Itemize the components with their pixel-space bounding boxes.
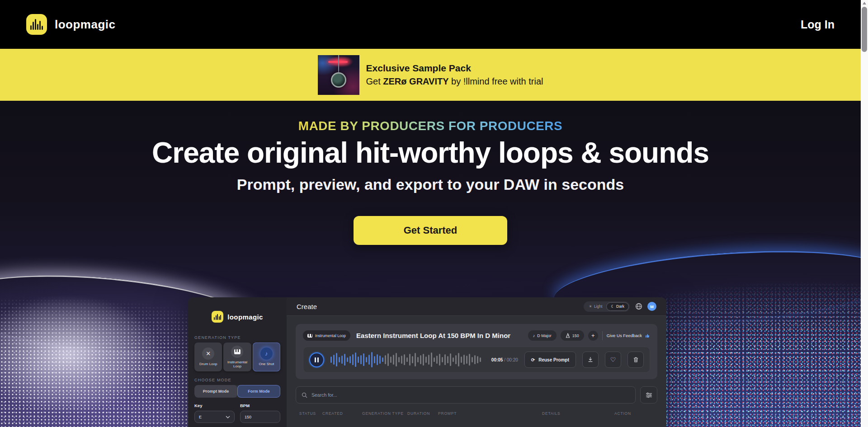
scrollbar-thumb[interactable] (862, 7, 867, 52)
download-icon (587, 357, 594, 363)
user-avatar[interactable]: M (647, 302, 656, 311)
banner-text: Exclusive Sample Pack Get ZERø GRAVITY b… (366, 63, 543, 87)
key-pill[interactable]: ♪ D Major (528, 330, 557, 341)
light-label: Light (594, 304, 602, 309)
waveform-bar (355, 352, 356, 367)
search-input[interactable] (311, 392, 630, 398)
bpm-value: 150 (245, 415, 251, 419)
waveform-bar (385, 355, 386, 364)
col-status: STATUS (299, 411, 322, 416)
delete-button[interactable] (627, 352, 644, 368)
divider (602, 331, 603, 340)
page-scrollbar[interactable] (861, 0, 868, 427)
pause-button[interactable] (309, 352, 324, 367)
app-content: Instrumental Loop Eastern Instrument Loo… (287, 316, 666, 427)
track-card: Instrumental Loop Eastern Instrument Loo… (296, 324, 657, 379)
banner-subtitle-suffix: by !llmind free with trial (449, 76, 543, 86)
waveform-bar (466, 356, 467, 364)
waveform-bar (401, 356, 402, 364)
waveform-bar (404, 354, 405, 365)
waveform-bar (436, 356, 438, 364)
waveform-bar (368, 355, 370, 365)
hero-subtitle: Prompt, preview, and export to your DAW … (0, 176, 861, 193)
waveform-bar (412, 356, 413, 363)
page-title: Create (297, 303, 317, 310)
waveform-bar (377, 354, 378, 365)
waveform-bar (333, 355, 335, 365)
waveform-bar (347, 357, 348, 362)
piano-icon (231, 346, 243, 358)
waveform-bar (450, 353, 451, 366)
music-note-icon: ♪ (260, 347, 273, 360)
dark-mode-option[interactable]: ☾ Dark (606, 302, 629, 311)
key-pill-value: D Major (537, 333, 552, 338)
time-total: / 00:20 (504, 357, 518, 362)
loopmagic-logo-icon (26, 14, 47, 35)
waveform-bar (447, 356, 448, 363)
bpm-input[interactable]: 150 (240, 411, 280, 423)
banner-subtitle-prefix: Get (366, 76, 383, 86)
language-globe-button[interactable] (634, 302, 643, 311)
waveform-bar (396, 353, 397, 366)
tile-drum-loop[interactable]: ✕ Drum Loop (194, 343, 222, 371)
login-link[interactable]: Log In (801, 18, 835, 31)
filter-button[interactable] (640, 386, 657, 404)
waveform-bar (349, 356, 351, 363)
form-mode-option[interactable]: Form Mode (237, 385, 280, 398)
music-note-icon: ♪ (533, 333, 535, 338)
reuse-prompt-button[interactable]: ⟳ Reuse Prompt (524, 352, 576, 368)
drum-loop-x-icon: ✕ (202, 347, 214, 360)
app-main: Create ☀ Light ☾ Dark (287, 297, 666, 427)
brand-name: loopmagic (55, 18, 116, 32)
waveform-bar (358, 357, 359, 363)
piano-icon (307, 334, 312, 338)
generation-type-group: ✕ Drum Loop Instrumental Loop ♪ One Shot (194, 343, 280, 371)
waveform-bar (423, 354, 424, 366)
pause-icon (315, 357, 316, 362)
waveform-bar (461, 357, 462, 363)
scrollbar-up-arrow[interactable] (863, 2, 866, 5)
waveform[interactable] (330, 351, 485, 368)
waveform-bar (393, 355, 394, 365)
promo-banner[interactable]: Exclusive Sample Pack Get ZERø GRAVITY b… (0, 49, 861, 101)
waveform-bar (344, 354, 345, 366)
moon-icon: ☾ (611, 304, 614, 309)
waveform-bar (366, 357, 367, 362)
get-started-button[interactable]: Get Started (354, 216, 507, 245)
chain-decoration (338, 55, 339, 73)
tile-label: Drum Loop (199, 362, 217, 366)
download-button[interactable] (582, 352, 599, 368)
playback-time: 00:05 / 00:20 (491, 357, 518, 362)
app-preview-window: loopmagic GENERATION TYPE ✕ Drum Loop In… (188, 297, 666, 427)
waveform-bar (374, 356, 375, 363)
bpm-pill[interactable]: 150 (561, 330, 584, 341)
waveform-bar (339, 357, 340, 362)
mode-switch: Prompt Mode Form Mode (194, 385, 280, 398)
waveform-bar (360, 355, 362, 364)
banner-title: Exclusive Sample Pack (366, 63, 543, 74)
audio-player: 00:05 / 00:20 ⟳ Reuse Prompt ♡ (303, 347, 650, 373)
col-duration: DURATION (407, 411, 438, 416)
app-brand-name: loopmagic (227, 313, 263, 321)
page: loopmagic Log In Exclusive Sample Pack G… (0, 0, 861, 427)
sample-pack-thumbnail[interactable] (318, 55, 359, 95)
tile-instrumental-loop[interactable]: Instrumental Loop (223, 343, 251, 371)
waveform-bar (371, 352, 373, 367)
generation-type-label: GENERATION TYPE (194, 335, 280, 340)
waveform-bar (420, 355, 421, 364)
waveform-bar (336, 353, 337, 366)
waveform-bar (415, 353, 416, 366)
brand[interactable]: loopmagic (26, 14, 116, 35)
waveform-bar (352, 354, 354, 365)
tile-one-shot[interactable]: ♪ One Shot (253, 343, 280, 371)
filter-sliders-icon (646, 392, 652, 398)
favorite-button[interactable]: ♡ (605, 352, 621, 368)
key-select[interactable]: E (194, 411, 235, 423)
col-action: ACTION (614, 411, 631, 416)
add-button[interactable]: + (588, 331, 598, 341)
waveform-bar (387, 353, 389, 366)
top-nav: loopmagic Log In (0, 0, 861, 49)
prompt-mode-option[interactable]: Prompt Mode (194, 385, 237, 398)
give-feedback-link[interactable]: Give Us Feedback (607, 333, 650, 338)
light-mode-option[interactable]: ☀ Light (585, 302, 606, 311)
